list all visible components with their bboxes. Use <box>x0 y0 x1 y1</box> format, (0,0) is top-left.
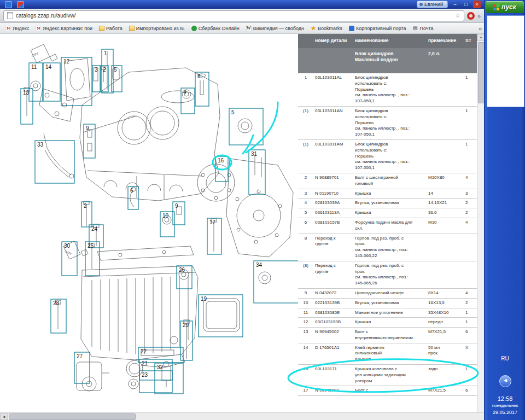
language-indicator[interactable]: RU <box>485 355 525 361</box>
cell-note: 8X14 <box>427 289 464 298</box>
maximize-button[interactable]: □ <box>462 1 470 8</box>
bookmark-item[interactable]: Импортировано из IE <box>126 25 188 32</box>
bookmark-label: Bookmarks <box>318 26 342 31</box>
cell-note: M10 <box>427 218 464 234</box>
taskbar-panel[interactable] <box>487 15 524 107</box>
callout-number: 3 <box>95 67 98 73</box>
cell-qty: X <box>464 343 477 364</box>
table-row[interactable]: (1)03L103011AMБлок цилиндров использоват… <box>298 140 477 173</box>
cell-pos: (1) <box>298 107 313 139</box>
bookmarks-overflow-icon[interactable]: » <box>479 25 482 32</box>
cell-name: Цилиндрический штифт <box>353 289 427 298</box>
table-row[interactable]: 1603L103171Крышка коленвала с упл.кольцо… <box>298 365 477 386</box>
bookmark-star-icon[interactable]: ☆ <box>455 13 460 19</box>
cell-name: Болт с шестигранной головкой <box>353 173 427 189</box>
callout-number: 19 <box>201 296 207 302</box>
callout-number: 16 <box>218 158 224 164</box>
cell-note <box>427 234 464 261</box>
mail-icon: ✉ <box>413 26 418 31</box>
cell-note: M7X21,5 <box>427 328 464 343</box>
overflow-chevron-icon[interactable]: » <box>477 13 481 19</box>
cell-note: 16X13,5 <box>427 299 464 308</box>
table-header-row: номер детали наименование примечание ST <box>298 34 477 48</box>
parts-table: номер детали наименование примечание ST … <box>298 34 477 396</box>
cell-qty: 2 <box>464 299 477 308</box>
table-row[interactable]: 103L103011ALБлок цилиндров использовать … <box>298 73 477 107</box>
table-row[interactable]: 8Переход к группеГорлов. под рез. проб. … <box>298 234 477 261</box>
cell-pos: 17 <box>298 386 313 395</box>
cell-name: Форсунка подачи масла для охл. <box>353 218 427 234</box>
cell-note: 14,15X21 <box>427 199 464 208</box>
opera-logo-icon[interactable] <box>467 12 475 20</box>
scroll-left-icon[interactable]: ◀ <box>0 413 8 420</box>
table-row[interactable]: 2N 90889701Болт с шестигранной головкойM… <box>298 173 477 189</box>
bookmark-label: Импортировано из IE <box>136 26 185 31</box>
table-row[interactable]: 1203G103153BКрышкапередн.1 <box>298 318 477 328</box>
horizontal-scrollbar[interactable]: ◀ <box>0 412 484 420</box>
cell-name: Крышка коленвала с упл.кольцоми задающим… <box>353 365 427 386</box>
vertical-scrollbar[interactable]: ▲ <box>477 34 485 412</box>
minimize-button[interactable]: – <box>451 1 459 8</box>
user-icon <box>419 3 423 6</box>
callout-number: 17 <box>209 219 216 225</box>
cell-pos: 16 <box>298 365 313 386</box>
document-tab-icon[interactable] <box>5 1 12 8</box>
cell-part: 036103113A <box>313 208 353 218</box>
bookmark-item[interactable]: ЯЯндекс <box>2 25 32 32</box>
start-label: пуск <box>501 3 516 11</box>
bookmark-label: Почта <box>420 26 434 31</box>
table-row[interactable]: 6038103157BФорсунка подачи масла для охл… <box>298 218 477 234</box>
table-row[interactable]: 10022103139BВтулка, установочная16X13,52 <box>298 299 477 308</box>
table-row[interactable]: 9N 0432072Цилиндрический штифт8X144 <box>298 289 477 299</box>
bookmark-item[interactable]: Сбербанк Онлайн <box>188 25 243 32</box>
table-row[interactable]: 13N 90945002Болт с внутреннимшестигранни… <box>298 328 477 343</box>
table-row[interactable]: 11038103085EМанжетное уплотнение35X48X10… <box>298 308 477 318</box>
header-note: примечание <box>427 38 464 44</box>
close-button[interactable]: × <box>473 1 481 8</box>
bookmarks-items: ЯЯндексЯЯндекс.Картинки: поиРаботаИмпорт… <box>2 25 479 32</box>
bookmark-item[interactable]: WВикипедия — свободн <box>243 25 307 32</box>
opera-tab-icon[interactable] <box>17 1 24 8</box>
url-field[interactable]: catalogs.zzap.ru/audivw/ ☆ <box>3 10 464 21</box>
ya-icon: Я <box>5 26 11 31</box>
cell-qty <box>464 261 477 288</box>
table-row[interactable]: 4028103039AВтулка, установочная14,15X212 <box>298 199 477 208</box>
callout-number: 23 <box>142 372 148 378</box>
user-account-button[interactable]: Евгений <box>417 1 448 8</box>
bookmark-item[interactable]: Корпоративный порта <box>346 25 410 32</box>
cell-pos: 8 <box>298 234 313 261</box>
callout-number: 9 <box>86 125 89 131</box>
url-text[interactable]: catalogs.zzap.ru/audivw/ <box>16 13 452 19</box>
cell-qty: 4 <box>464 289 477 298</box>
cell-pos: 13 <box>298 328 313 343</box>
callout-number: 6 <box>130 188 133 194</box>
bookmark-item[interactable]: ЯЯндекс.Картинки: пои <box>32 25 96 32</box>
callout-number: 32 <box>157 364 164 370</box>
cell-note: M10X80 <box>427 173 464 189</box>
callout-number: 30 <box>64 243 71 249</box>
callout-number: 26 <box>179 267 185 273</box>
bookmark-item[interactable]: ✉Почта <box>410 25 437 32</box>
table-row[interactable]: 14D 176501A1Клей-герметик силиконовый Кр… <box>298 343 477 365</box>
clock-time: 12:58 <box>485 395 525 403</box>
callout-number: 5 <box>114 67 117 73</box>
clock-date: 29.05.2017 <box>485 409 525 416</box>
table-row[interactable]: 5036103113AКрышка36,62 <box>298 208 477 218</box>
table-row[interactable]: 3N 01190710Крышка143 <box>298 189 477 199</box>
callout-number: 33 <box>37 142 44 148</box>
bookmark-item[interactable]: ★Bookmarks <box>307 25 346 32</box>
cell-part: N 0432072 <box>313 289 353 298</box>
callout-number: 34 <box>256 262 262 268</box>
table-row[interactable]: (1)03L103011ANБлок цилиндров использоват… <box>298 107 477 140</box>
callout-number: 2 <box>84 203 87 209</box>
cell-note: 50 мл прок. <box>427 343 464 364</box>
horizontal-scroll-thumb[interactable] <box>9 413 136 420</box>
table-row[interactable]: 17N 90945002Болт сM7X21,56 <box>298 386 477 396</box>
start-button[interactable]: пуск <box>486 1 524 13</box>
cell-qty: 6 <box>464 386 477 395</box>
cell-name: Болт с внутреннимшестигранником <box>353 328 427 343</box>
bookmark-item[interactable]: Работа <box>96 25 126 32</box>
table-row[interactable]: (8)Переход к группеГорлов. под рез. проб… <box>298 261 477 289</box>
collapse-icon[interactable]: ◀ <box>499 375 511 387</box>
callout-number: 12 <box>63 59 70 65</box>
